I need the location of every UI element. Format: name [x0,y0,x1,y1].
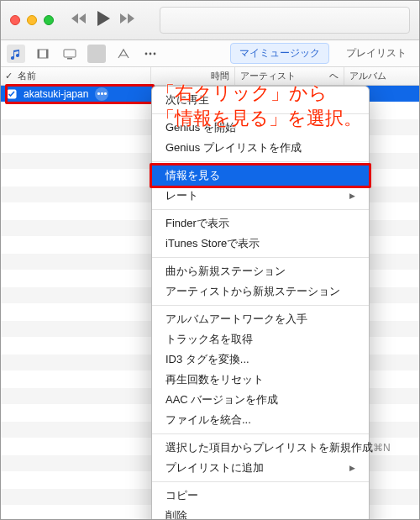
menu-label: 選択した項目からプレイリストを新規作成 [165,440,373,455]
movies-icon[interactable] [34,45,52,63]
menu-show-in-finder[interactable]: Finderで表示 [152,213,369,234]
svg-rect-2 [46,50,48,58]
tv-icon[interactable] [60,45,79,63]
source-bar: マイミュージック プレイリスト [0,40,420,67]
context-menu: 次に再生 Genius を開始 Genius プレイリストを作成 情報を見る レ… [151,86,370,520]
menu-genius-start[interactable]: Genius を開始 [152,118,369,138]
traffic-lights [10,15,54,25]
annotation-box-menuitem [150,163,371,188]
menu-separator [152,113,369,114]
menu-new-playlist-from-sel[interactable]: 選択した項目からプレイリストを新規作成 ⌘N [152,438,369,458]
close-icon[interactable] [10,15,20,25]
check-header: ✓ [5,71,13,81]
tab-playlists[interactable]: プレイリスト [339,44,413,63]
apps-icon[interactable] [114,45,133,63]
window-titlebar [0,0,420,40]
maximize-icon[interactable] [44,15,54,25]
column-time[interactable]: 時間 [151,67,235,85]
sort-asc-icon: ヘ [329,70,339,82]
menu-delete[interactable]: 削除 [152,506,369,520]
menu-separator [152,433,369,434]
menu-get-tracknames[interactable]: トラック名を取得 [152,329,369,349]
menu-get-info[interactable]: 情報を見る [152,165,369,186]
svg-rect-3 [64,50,76,57]
column-artist[interactable]: アーティスト ヘ [235,67,344,85]
menu-station-from-artist[interactable]: アーティストから新規ステーション [152,281,369,302]
svg-point-6 [150,52,152,55]
menu-separator [152,161,369,162]
menu-separator [152,257,369,258]
rewind-icon[interactable] [71,13,87,28]
minimize-icon[interactable] [27,15,37,25]
menu-get-artwork[interactable]: アルバムアートワークを入手 [152,309,369,329]
svg-rect-1 [38,50,39,58]
column-name[interactable]: ✓ 名前 [0,67,151,85]
play-icon[interactable] [96,10,111,30]
playback-controls [71,10,136,30]
menu-separator [152,305,369,306]
artist-header: アーティスト [240,70,296,82]
lcd-display [160,7,410,34]
music-icon[interactable] [7,45,25,63]
menu-create-aac[interactable]: AAC バージョンを作成 [152,390,369,410]
menu-separator [152,481,369,482]
menu-genius-playlist[interactable]: Genius プレイリストを作成 [152,138,369,158]
menu-consolidate[interactable]: ファイルを統合... [152,410,369,430]
svg-point-7 [154,52,156,55]
menu-add-to-playlist[interactable]: プレイリストに追加 [152,458,369,478]
more-icon[interactable] [141,45,160,63]
annotation-box-row [5,84,155,104]
menu-shortcut: ⌘N [373,442,391,454]
divider [87,45,106,63]
menu-separator [152,209,369,210]
media-kind-tabs [7,45,160,63]
menu-reset-plays[interactable]: 再生回数をリセット [152,370,369,390]
menu-show-in-store[interactable]: iTunes Storeで表示 [152,234,369,254]
tab-my-music[interactable]: マイミュージック [230,43,329,64]
column-album[interactable]: アルバム [344,67,420,85]
menu-convert-id3[interactable]: ID3 タグを変換... [152,349,369,370]
column-header: ✓ 名前 時間 アーティスト ヘ アルバム [0,67,420,86]
svg-point-5 [145,52,148,55]
name-header: 名前 [18,70,36,82]
menu-play-next[interactable]: 次に再生 [152,90,369,110]
svg-rect-4 [67,58,72,60]
menu-copy[interactable]: コピー [152,486,369,506]
forward-icon[interactable] [119,13,136,28]
menu-station-from-song[interactable]: 曲から新規ステーション [152,261,369,281]
menu-rating[interactable]: レート [152,186,369,206]
